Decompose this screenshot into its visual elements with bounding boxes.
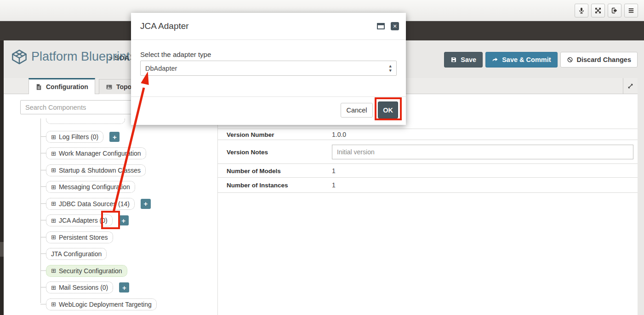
component-tree: +⊞Log Filters (0)+⊞Work Manager Configur… xyxy=(4,118,217,315)
tree-node: ⊞Work Manager Configuration xyxy=(46,147,146,159)
tree-item-box[interactable]: ⊞Security Configuration xyxy=(46,265,127,277)
select-stepper-icon: ▲▼ xyxy=(389,64,392,73)
tree-node: ⊞WebLogic Deployment Targeting xyxy=(46,298,157,310)
tree-item-box[interactable]: ⊞Messaging Configuration xyxy=(46,181,135,193)
commit-arrow-icon xyxy=(492,56,498,63)
tree-item-box[interactable]: ⊞Log Filters (0) xyxy=(46,131,103,143)
tree-item-box[interactable]: ⊞Work Manager Configuration xyxy=(46,147,146,159)
tree-item-label: Startup & Shutdown Classes xyxy=(59,167,141,174)
plus-square-icon[interactable]: ⊞ xyxy=(51,134,56,141)
sign-out-button[interactable] xyxy=(608,4,621,17)
plus-square-icon[interactable]: ⊞ xyxy=(51,167,56,174)
tree-add-button[interactable]: + xyxy=(109,132,120,142)
plus-square-icon[interactable]: ⊞ xyxy=(51,150,56,157)
menu-button[interactable] xyxy=(624,4,638,17)
panel-expand-button[interactable] xyxy=(623,78,637,94)
tree-node: ⊞Startup & Shutdown Classes xyxy=(46,164,146,176)
tree-item-label: Work Manager Configuration xyxy=(59,150,141,157)
tree-item-label: WebLogic Deployment Targeting xyxy=(59,301,152,308)
plus-square-icon[interactable]: ⊞ xyxy=(51,234,56,241)
detail-row: Number of Models1 xyxy=(218,164,638,178)
tree-node: ⊞JDBC Data Sources (14)+ xyxy=(46,198,151,210)
tree-connector-line xyxy=(40,203,46,204)
tree-item-box[interactable]: JTA Configuration xyxy=(46,248,107,260)
tree-connector-line xyxy=(40,220,46,220)
tree-item-box[interactable]: ⊞JCA Adapters (0) xyxy=(46,214,113,226)
sidebar-strip-thumb[interactable] xyxy=(0,242,4,257)
adapter-type-value: DbAdapter xyxy=(145,65,177,72)
save-commit-button[interactable]: Save & Commit xyxy=(485,52,557,68)
cancel-button[interactable]: Cancel xyxy=(341,103,373,118)
tab-configuration[interactable]: Configuration xyxy=(28,78,95,94)
discard-changes-label: Discard Changes xyxy=(577,56,631,63)
detail-label: Number of Instances xyxy=(227,182,288,189)
blueprint-cube-icon xyxy=(11,49,28,65)
plus-square-icon[interactable]: ⊞ xyxy=(51,267,56,274)
tree-node: ⊞JCA Adapters (0)+ xyxy=(46,214,129,226)
fullscreen-button[interactable] xyxy=(591,4,605,17)
ok-button[interactable]: OK xyxy=(378,101,398,118)
tree-item-label: Messaging Configuration xyxy=(59,183,130,191)
plus-square-icon[interactable]: ⊞ xyxy=(51,184,56,191)
menu-icon xyxy=(627,7,635,14)
tree-connector-line xyxy=(40,253,46,254)
discard-changes-button[interactable]: Discard Changes xyxy=(560,52,638,68)
detail-value: 1 xyxy=(332,181,336,189)
tree-connector-line xyxy=(40,170,46,170)
tree-item-label: Log Filters (0) xyxy=(59,133,98,141)
tree-node: ⊞Messaging Configuration xyxy=(46,181,135,193)
detail-value: 1 xyxy=(332,167,336,174)
tree-node: ⊞Persistent Stores xyxy=(46,231,113,243)
expand-arrows-icon xyxy=(594,7,602,14)
tree-node: ⊞Security Configuration xyxy=(46,265,127,277)
plus-square-icon[interactable]: ⊞ xyxy=(51,217,56,224)
adapter-type-select[interactable]: DbAdapter ▲▼ xyxy=(140,61,397,76)
tree-item-label: Security Configuration xyxy=(59,267,122,275)
tree-node: ⊞Log Filters (0)+ xyxy=(46,131,120,143)
microphone-icon xyxy=(578,7,585,14)
tree-item-label: JCA Adapters (0) xyxy=(59,217,108,224)
window-restore-icon[interactable] xyxy=(377,23,385,29)
save-label: Save xyxy=(461,56,476,63)
tab-configuration-label: Configuration xyxy=(46,83,88,90)
image-icon xyxy=(106,84,113,90)
close-icon[interactable]: ✕ xyxy=(391,22,399,30)
details-panel: Version Number1.0.0Version NotesNumber o… xyxy=(218,94,638,315)
tree-connector-line xyxy=(40,270,46,271)
plus-square-icon[interactable]: ⊞ xyxy=(51,200,56,207)
tree-connector-line xyxy=(40,304,46,304)
dialog-footer: Cancel OK xyxy=(131,96,406,125)
tree-connector-line xyxy=(40,287,46,287)
save-button[interactable]: Save xyxy=(444,52,483,68)
dialog-header: JCA Adapter ✕ xyxy=(131,13,406,40)
tree-item-label: JDBC Data Sources (14) xyxy=(59,200,130,208)
plus-square-icon[interactable]: ⊞ xyxy=(51,301,56,308)
tree-node-partial: + xyxy=(46,118,141,124)
tree-item-box[interactable]: ⊞Mail Sessions (0) xyxy=(46,281,113,293)
tree-add-button[interactable]: + xyxy=(119,282,129,292)
tree-trunk-line xyxy=(40,118,41,303)
floppy-icon xyxy=(450,56,457,63)
expand-diagonal-icon xyxy=(627,83,634,90)
tree-add-button[interactable]: + xyxy=(119,215,129,225)
tree-item-box[interactable]: ⊞JDBC Data Sources (14) xyxy=(46,198,135,210)
collapsed-sidebar-strip[interactable] xyxy=(0,40,4,315)
tree-item-box[interactable]: ⊞Startup & Shutdown Classes xyxy=(46,164,146,176)
save-commit-label: Save & Commit xyxy=(502,56,551,63)
version-notes-input[interactable] xyxy=(332,145,633,159)
tree-item-label: JTA Configuration xyxy=(51,250,102,258)
tree-add-button[interactable]: + xyxy=(141,199,151,209)
ban-icon xyxy=(567,56,573,63)
dialog-title: JCA Adapter xyxy=(140,21,189,31)
detail-row: Version Number1.0.0 xyxy=(218,129,638,140)
tree-item-box[interactable]: ⊞Persistent Stores xyxy=(46,231,113,243)
plus-square-icon[interactable]: ⊞ xyxy=(51,284,56,291)
detail-label: Number of Models xyxy=(227,167,281,174)
detail-row: Version Notes xyxy=(218,140,638,164)
tree-connector-line xyxy=(40,186,46,187)
document-icon xyxy=(35,84,42,90)
tree-item-box[interactable]: ⊞WebLogic Deployment Targeting xyxy=(46,298,157,310)
tree-node: ⊞Mail Sessions (0)+ xyxy=(46,281,129,293)
microphone-button[interactable] xyxy=(575,4,588,17)
tree-item-box[interactable] xyxy=(46,118,125,124)
